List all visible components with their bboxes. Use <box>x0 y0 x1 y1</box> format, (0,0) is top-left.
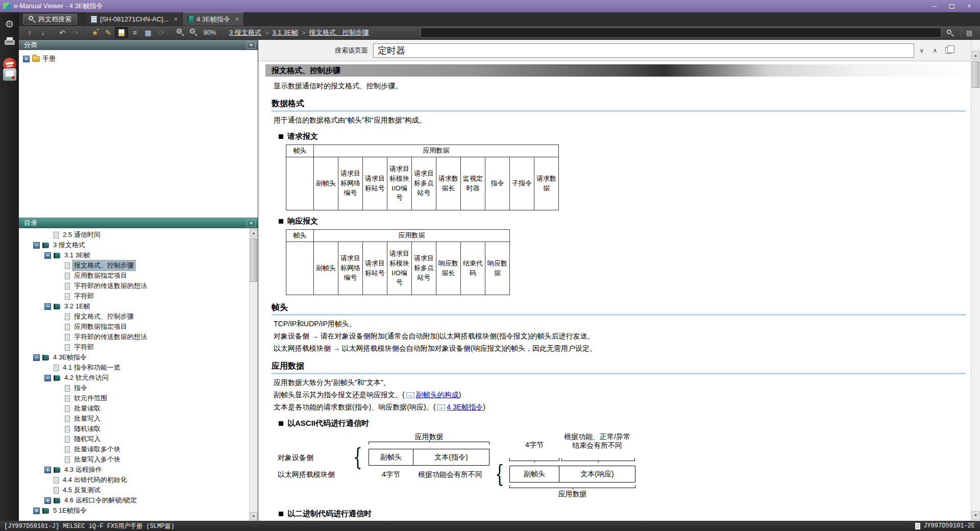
category-panel-header: 分类 ▼ <box>19 40 258 50</box>
scroll-up-icon[interactable]: ▲ <box>250 229 257 237</box>
plus-expander-icon[interactable]: + <box>44 467 51 473</box>
toolbar-search-input[interactable] <box>421 28 941 38</box>
toc-item[interactable]: 批量读取 <box>19 403 249 414</box>
toc-panel: 目录 ▼ 2.5 通信时间−3 报文格式−3.1 3E帧报文格式、控制步骤应用数… <box>19 218 258 521</box>
document-tab[interactable]: [SH-081271CHN-AC]...× <box>86 12 183 26</box>
toc-item[interactable]: 随机读取 <box>19 424 249 434</box>
toc-item[interactable]: 字符部 <box>19 342 249 352</box>
settings-gear-icon[interactable]: ⚙ <box>2 16 17 32</box>
toc-item[interactable]: 应用数据指定项目 <box>19 271 249 281</box>
plus-expander-icon[interactable]: + <box>44 497 51 504</box>
toc-item[interactable]: −3.2 1E帧 <box>19 301 249 311</box>
scroll-down-icon[interactable]: ▼ <box>250 512 257 520</box>
panel-dropdown-icon[interactable]: ▼ <box>247 41 256 49</box>
toc-item[interactable]: −3 报文格式 <box>19 240 249 250</box>
page-highlight-icon[interactable] <box>115 27 128 38</box>
table-column-cell: 请求目标网络编号 <box>338 242 363 295</box>
toc-item[interactable]: −4 3E帧指令 <box>19 352 249 363</box>
toc-item[interactable]: 4.1 指令和功能一览 <box>19 363 249 373</box>
nav-down-icon[interactable]: ↓ <box>36 27 50 38</box>
toc-item[interactable]: −4.2 软元件访问 <box>19 373 249 383</box>
breadcrumb-link[interactable]: 报文格式、控制步骤 <box>309 28 369 37</box>
intro-text: 显示数据通信时的报文格式、控制步骤。 <box>274 81 966 91</box>
toc-item-label: 4.4 出错代码的初始化 <box>61 475 129 485</box>
toc-item[interactable]: 4.5 反复测试 <box>19 485 249 495</box>
toc-item[interactable]: −3.1 3E帧 <box>19 250 249 260</box>
page-search-input[interactable] <box>373 43 914 58</box>
toc-item[interactable]: 2.5 通信时间 <box>19 230 249 240</box>
toc-item[interactable]: 4.4 出错代码的初始化 <box>19 475 249 485</box>
toc-item[interactable]: 字符部的传送数据的想法 <box>19 332 249 342</box>
toc-item[interactable]: +4.3 远程操作 <box>19 465 249 475</box>
scrollbar-thumb[interactable] <box>972 61 979 88</box>
scroll-down-icon[interactable]: ▼ <box>972 511 979 520</box>
toc-item-label: 5 1E帧指令 <box>52 505 88 516</box>
toc-item[interactable]: 字符部的传送数据的想法 <box>19 281 249 291</box>
toc-item[interactable]: 批量读取多个块 <box>19 444 249 454</box>
body-text: 用于通信的数据格式由“帧头”和“应用数据”构成。 <box>274 115 966 126</box>
text-command-box: 文本(指令) <box>413 449 489 466</box>
toc-item[interactable]: +4.6 远程口令的解锁/锁定 <box>19 495 249 505</box>
toc-item[interactable]: 批量写入 <box>19 414 249 424</box>
zoom-in-icon[interactable]: + <box>174 27 187 38</box>
toc-item[interactable]: 报文格式、控制步骤 <box>19 311 249 322</box>
document-tab[interactable]: 4 3E帧指令× <box>183 12 244 26</box>
category-item-manual[interactable]: + 手册 <box>23 54 254 63</box>
plus-expander-icon[interactable]: + <box>33 508 40 514</box>
panel-dropdown-icon[interactable]: ▼ <box>247 220 256 227</box>
table-column-cell: 请求数据 <box>534 157 559 210</box>
refresh-icon[interactable]: ⟳ <box>155 27 168 38</box>
content-area: 搜索该页面 ∨ ∧ 报文格式、控制步骤 显示数据通信时的报文格式、控制步骤。 数… <box>258 40 980 521</box>
scroll-up-icon[interactable]: ▲ <box>972 51 979 60</box>
page-icon <box>54 232 59 238</box>
tab-close-icon[interactable]: × <box>174 15 178 23</box>
frame-commands-link[interactable]: 4 3E帧指令 <box>447 403 483 411</box>
minus-expander-icon[interactable]: − <box>44 252 51 259</box>
emanual-red-logo-icon[interactable] <box>2 50 17 65</box>
section-heading-data-format: 数据格式 <box>272 99 966 112</box>
zoom-out-icon[interactable]: − <box>187 27 201 38</box>
sidebar: 分类 ▼ + 手册 目录 ▼ 2.5 通信时间−3 报文格式−3.1 3E帧报文… <box>19 40 258 521</box>
breadcrumb-link[interactable]: 3.1 3E帧 <box>272 28 298 37</box>
minus-expander-icon[interactable]: − <box>33 354 40 361</box>
nav-up-icon[interactable]: ↑ <box>23 27 36 38</box>
toc-item[interactable]: 报文格式、控制步骤 <box>19 260 249 271</box>
scrollbar-thumb[interactable] <box>250 238 257 282</box>
grid-view-icon[interactable]: ▦ <box>141 27 155 38</box>
toc-item[interactable]: 字符部 <box>19 291 249 301</box>
subheader-structure-link[interactable]: 副帧头的构成 <box>416 391 459 399</box>
minus-expander-icon[interactable]: − <box>33 242 40 249</box>
list-view-icon[interactable]: ≡ <box>128 27 141 38</box>
add-favorite-icon[interactable]: ★ <box>88 27 102 38</box>
history-forward-icon[interactable]: ↷ <box>69 27 82 38</box>
doc-tabs: [SH-081271CHN-AC]...×4 3E帧指令× <box>86 12 244 26</box>
page-search-label: 搜索该页面 <box>335 46 368 55</box>
minimize-icon[interactable]: ─ <box>926 1 943 11</box>
toc-item[interactable]: 应用数据指定项目 <box>19 322 249 332</box>
close-icon[interactable]: × <box>961 1 978 11</box>
printer-icon[interactable] <box>2 35 17 50</box>
breadcrumb-link[interactable]: 3 报文格式 <box>229 28 261 37</box>
content-scrollbar[interactable]: ▲ ▼ <box>971 40 980 521</box>
search-prev-icon[interactable]: ∧ <box>929 45 941 56</box>
minus-expander-icon[interactable]: − <box>44 303 51 310</box>
tab-close-icon[interactable]: × <box>235 15 239 23</box>
toc-item-label: 应用数据指定项目 <box>72 322 129 332</box>
cross-document-search-tab[interactable]: 跨文档搜索 <box>23 14 77 25</box>
panel-layout-icon[interactable]: ▤ <box>963 27 976 38</box>
toc-item[interactable]: 批量写入多个块 <box>19 454 249 465</box>
history-back-icon[interactable]: ↶ <box>56 27 69 38</box>
toc-item[interactable]: +5 1E帧指令 <box>19 505 249 516</box>
maximize-icon[interactable] <box>943 1 961 11</box>
highlight-pen-icon[interactable]: ✎ <box>102 27 115 38</box>
toolbar-search-icon[interactable] <box>943 27 957 38</box>
body-text: 应用数据大致分为“副帧头”和“文本”。 <box>274 377 966 388</box>
toc-item[interactable]: 随机写入 <box>19 434 249 444</box>
plus-expander-icon[interactable]: + <box>23 56 30 62</box>
toc-item[interactable]: 软元件范围 <box>19 393 249 403</box>
toc-scrollbar[interactable]: ▲ ▼ <box>249 228 258 521</box>
search-next-icon[interactable]: ∨ <box>916 45 927 56</box>
toc-item[interactable]: 指令 <box>19 383 249 393</box>
minus-expander-icon[interactable]: − <box>44 375 51 381</box>
highlight-all-icon[interactable] <box>943 45 954 56</box>
